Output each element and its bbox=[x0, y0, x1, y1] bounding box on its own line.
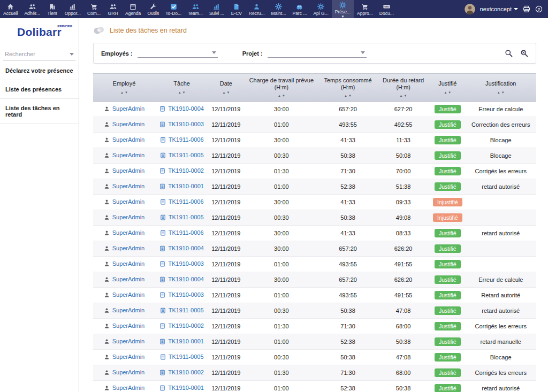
nav-item-suivi[interactable]: Suivi ... bbox=[206, 0, 227, 18]
planned-workload-cell: 30:00 bbox=[244, 272, 319, 288]
task-link[interactable]: TK1911-0005 bbox=[169, 152, 204, 159]
employee-link[interactable]: SuperAdmin bbox=[112, 229, 145, 236]
task-link[interactable]: TK1911-0005 bbox=[169, 214, 204, 221]
nav-item-api-g[interactable]: Api G... bbox=[310, 0, 331, 18]
task-link[interactable]: TK1910-0001 bbox=[168, 338, 204, 345]
nav-item-team[interactable]: Team... bbox=[185, 0, 206, 18]
nav-item-adh-r[interactable]: Adhér... bbox=[21, 0, 43, 18]
employee-link[interactable]: SuperAdmin bbox=[112, 167, 145, 174]
nav-item-oppor[interactable]: Oppor... bbox=[62, 0, 84, 18]
table-row: SuperAdminTK1911-000512/11/201900:3050:3… bbox=[93, 148, 536, 164]
user-icon bbox=[104, 199, 110, 205]
nav-item-docu[interactable]: Docu... bbox=[376, 0, 397, 18]
check-square-icon bbox=[170, 3, 177, 10]
task-link[interactable]: TK1910-0004 bbox=[168, 276, 204, 283]
search-icon[interactable] bbox=[505, 49, 513, 57]
nav-item-agenda[interactable]: Agenda bbox=[122, 0, 144, 18]
employee-link[interactable]: SuperAdmin bbox=[112, 183, 145, 190]
task-link[interactable]: TK1910-0001 bbox=[168, 183, 204, 190]
nav-item-accueil[interactable]: Accueil bbox=[0, 0, 21, 18]
column-header-employ[interactable]: Employé▲▼ bbox=[93, 74, 155, 102]
employee-select[interactable] bbox=[138, 49, 218, 58]
task-link[interactable]: TK1910-0003 bbox=[168, 121, 204, 128]
sort-arrows-icon[interactable]: ▲▼ bbox=[157, 88, 207, 95]
task-link[interactable]: TK1910-0003 bbox=[168, 291, 204, 298]
column-header-justifi[interactable]: Justifié▲▼ bbox=[430, 74, 465, 102]
sort-arrows-icon[interactable]: ▲▼ bbox=[467, 88, 535, 95]
sort-arrows-icon[interactable]: ▲▼ bbox=[210, 88, 242, 95]
project-select[interactable] bbox=[268, 49, 367, 58]
task-link[interactable]: TK1910-0003 bbox=[168, 260, 204, 267]
planned-workload-cell: 01:30 bbox=[244, 319, 319, 334]
nav-item-com[interactable]: Com... bbox=[84, 0, 104, 18]
employee-link[interactable]: SuperAdmin bbox=[112, 152, 145, 159]
column-header-date[interactable]: Date▲▼ bbox=[208, 74, 243, 102]
nav-item-recru[interactable]: Recru... bbox=[246, 0, 268, 18]
task-cell: TK1910-0001 bbox=[155, 334, 208, 350]
nav-item-grh[interactable]: GRH bbox=[104, 0, 122, 18]
sidebar-item-d-clarez-votre-pr-sence[interactable]: Déclarez votre présence bbox=[0, 62, 79, 80]
employee-link[interactable]: SuperAdmin bbox=[112, 276, 145, 283]
task-link[interactable]: TK1910-0002 bbox=[168, 322, 204, 329]
user-avatar[interactable] bbox=[465, 4, 475, 14]
employee-link[interactable]: SuperAdmin bbox=[112, 260, 145, 267]
task-link[interactable]: TK1911-0005 bbox=[169, 307, 204, 314]
employee-link[interactable]: SuperAdmin bbox=[112, 353, 145, 360]
employee-link[interactable]: SuperAdmin bbox=[112, 105, 145, 112]
task-link[interactable]: TK1910-0002 bbox=[168, 369, 204, 376]
sort-arrows-icon[interactable]: ▲▼ bbox=[246, 91, 318, 98]
task-link[interactable]: TK1910-0004 bbox=[168, 245, 204, 252]
task-link[interactable]: TK1910-0001 bbox=[168, 385, 204, 391]
task-link[interactable]: TK1911-0006 bbox=[169, 198, 204, 205]
nav-item-to-do[interactable]: To-Do... bbox=[162, 0, 185, 18]
sort-arrows-icon[interactable]: ▲▼ bbox=[321, 91, 375, 98]
employee-cell: SuperAdmin bbox=[93, 288, 155, 303]
task-link[interactable]: TK1911-0006 bbox=[169, 136, 204, 143]
nav-item-tiers[interactable]: Tiers bbox=[43, 0, 62, 18]
task-link[interactable]: TK1911-0005 bbox=[169, 353, 204, 360]
sidebar-item-liste-des-t-ches-en-retard[interactable]: Liste des tâches en retard bbox=[0, 99, 79, 124]
column-header-temps-consomm[interactable]: Temps consommé(H:m)▲▼ bbox=[319, 74, 377, 102]
help-icon[interactable] bbox=[535, 5, 543, 13]
sort-arrows-icon[interactable]: ▲▼ bbox=[378, 91, 428, 98]
date-cell: 12/11/2019 bbox=[208, 117, 243, 133]
nav-item-parc[interactable]: Parc ... bbox=[289, 0, 310, 18]
employee-link[interactable]: SuperAdmin bbox=[112, 136, 145, 143]
clear-search-icon[interactable] bbox=[520, 49, 528, 57]
employee-link[interactable]: SuperAdmin bbox=[112, 369, 145, 376]
column-label: Date bbox=[210, 80, 242, 87]
wrench-icon bbox=[150, 3, 157, 10]
task-link[interactable]: TK1910-0004 bbox=[168, 105, 204, 112]
task-cell: TK1911-0005 bbox=[155, 303, 208, 319]
sidebar-item-liste-des-pr-sences[interactable]: Liste des présences bbox=[0, 80, 79, 99]
task-link[interactable]: TK1911-0006 bbox=[169, 229, 204, 236]
employee-link[interactable]: SuperAdmin bbox=[112, 322, 145, 329]
employee-link[interactable]: SuperAdmin bbox=[112, 121, 145, 128]
employee-link[interactable]: SuperAdmin bbox=[112, 385, 145, 391]
employee-link[interactable]: SuperAdmin bbox=[112, 338, 145, 345]
date-cell: 12/11/2019 bbox=[208, 365, 243, 381]
sort-arrows-icon[interactable]: ▲▼ bbox=[95, 88, 154, 95]
column-header-charge-de-travail-pr-vue[interactable]: Charge de travail prévue(H:m)▲▼ bbox=[244, 74, 319, 102]
print-icon[interactable] bbox=[523, 5, 530, 13]
employee-link[interactable]: SuperAdmin bbox=[112, 214, 145, 221]
task-link[interactable]: TK1910-0002 bbox=[168, 167, 204, 174]
nav-item-pr-se[interactable]: Prése... bbox=[332, 0, 354, 18]
user-menu[interactable]: nextconcept bbox=[480, 6, 518, 12]
sidebar-search-input[interactable]: Rechercher bbox=[3, 49, 75, 60]
employee-link[interactable]: SuperAdmin bbox=[112, 198, 145, 205]
justification-cell bbox=[465, 210, 536, 226]
column-header-t-che[interactable]: Tâche▲▼ bbox=[155, 74, 208, 102]
column-header-justification[interactable]: Justification▲▼ bbox=[465, 74, 536, 102]
nav-item-outils[interactable]: Outils bbox=[144, 0, 162, 18]
column-header-dur-e-du-retard[interactable]: Durée du retard(H:m)▲▼ bbox=[377, 74, 430, 102]
employee-link[interactable]: SuperAdmin bbox=[112, 245, 145, 252]
status-cell: Injustifié bbox=[430, 210, 465, 226]
employee-link[interactable]: SuperAdmin bbox=[112, 307, 145, 314]
nav-item-e-cv[interactable]: E-CV bbox=[227, 0, 246, 18]
sort-arrows-icon[interactable]: ▲▼ bbox=[431, 88, 463, 95]
nav-item-appro[interactable]: Appro... bbox=[354, 0, 376, 18]
nav-item-maint[interactable]: Maint... bbox=[268, 0, 290, 18]
employee-link[interactable]: SuperAdmin bbox=[112, 291, 145, 298]
task-icon bbox=[160, 308, 166, 313]
